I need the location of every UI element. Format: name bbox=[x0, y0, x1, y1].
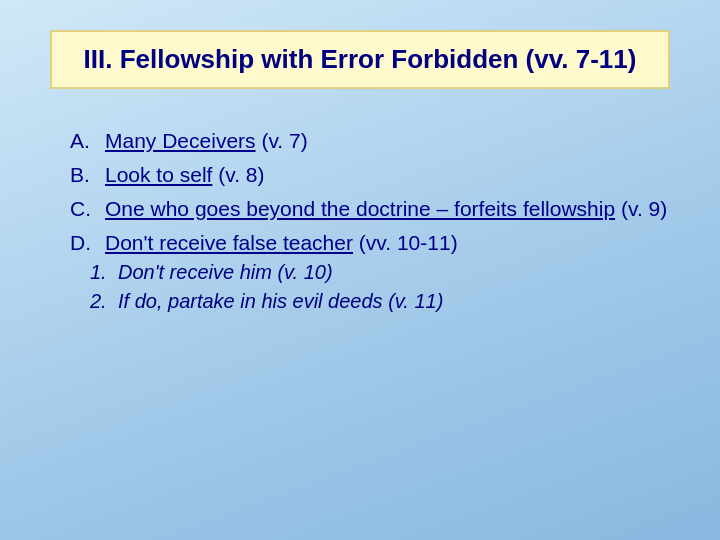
list-item-b: B. Look to self (v. 8) bbox=[70, 163, 670, 187]
item-b-underlined: Look to self bbox=[105, 163, 212, 186]
item-d-rest: (vv. 10-11) bbox=[353, 231, 458, 254]
list-item-d: D. Don't receive false teacher (vv. 10-1… bbox=[70, 231, 670, 319]
main-list: A. Many Deceivers (v. 7) B. Look to self… bbox=[50, 129, 670, 319]
label-b: B. bbox=[70, 163, 105, 187]
item-b-rest: (v. 8) bbox=[212, 163, 264, 186]
label-c: C. bbox=[70, 197, 105, 221]
label-a: A. bbox=[70, 129, 105, 153]
slide-title: III. Fellowship with Error Forbidden (vv… bbox=[82, 44, 638, 75]
slide-container: III. Fellowship with Error Forbidden (vv… bbox=[0, 0, 720, 540]
item-d-content: Don't receive false teacher (vv. 10-11) bbox=[105, 231, 458, 255]
sub-list-d: 1. Don't receive him (v. 10) 2. If do, p… bbox=[70, 261, 443, 319]
list-item-c: C. One who goes beyond the doctrine – fo… bbox=[70, 197, 670, 221]
sub-item-d1: 1. Don't receive him (v. 10) bbox=[90, 261, 443, 284]
item-c-underlined: One who goes beyond the doctrine – forfe… bbox=[105, 197, 615, 220]
sub-label-2: 2. bbox=[90, 290, 118, 313]
item-a-content: Many Deceivers (v. 7) bbox=[105, 129, 670, 153]
item-c-rest: (v. 9) bbox=[615, 197, 667, 220]
title-box: III. Fellowship with Error Forbidden (vv… bbox=[50, 30, 670, 89]
list-item-a: A. Many Deceivers (v. 7) bbox=[70, 129, 670, 153]
item-b-content: Look to self (v. 8) bbox=[105, 163, 670, 187]
item-a-rest: (v. 7) bbox=[256, 129, 308, 152]
sub-item-d1-text: Don't receive him (v. 10) bbox=[118, 261, 333, 284]
sub-item-d2-text: If do, partake in his evil deeds (v. 11) bbox=[118, 290, 443, 313]
label-d: D. bbox=[70, 231, 105, 255]
item-a-underlined: Many Deceivers bbox=[105, 129, 256, 152]
sub-label-1: 1. bbox=[90, 261, 118, 284]
item-c-content: One who goes beyond the doctrine – forfe… bbox=[105, 197, 670, 221]
sub-item-d2: 2. If do, partake in his evil deeds (v. … bbox=[90, 290, 443, 313]
item-d-underlined: Don't receive false teacher bbox=[105, 231, 353, 254]
